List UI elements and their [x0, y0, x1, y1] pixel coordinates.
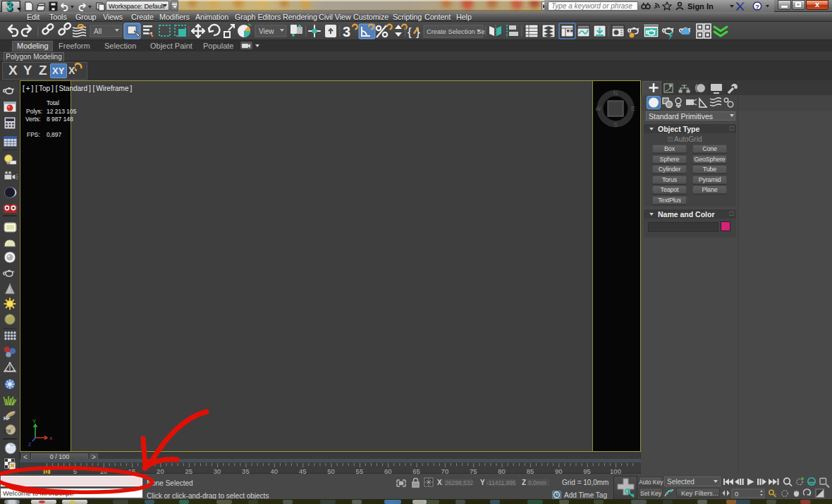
svg-text:3: 3 — [343, 24, 350, 39]
svg-text:N: N — [613, 90, 618, 97]
svg-text:?: ? — [755, 3, 759, 11]
svg-text:0: 0 — [735, 490, 738, 498]
svg-text:W: W — [596, 105, 601, 112]
svg-text:Create Selection Se: Create Selection Se — [427, 28, 485, 35]
svg-text:E: E — [631, 105, 635, 112]
svg-text:View: View — [259, 27, 274, 35]
svg-text:S: S — [613, 121, 618, 128]
svg-text:{: { — [408, 25, 412, 39]
svg-text:All: All — [94, 27, 102, 35]
